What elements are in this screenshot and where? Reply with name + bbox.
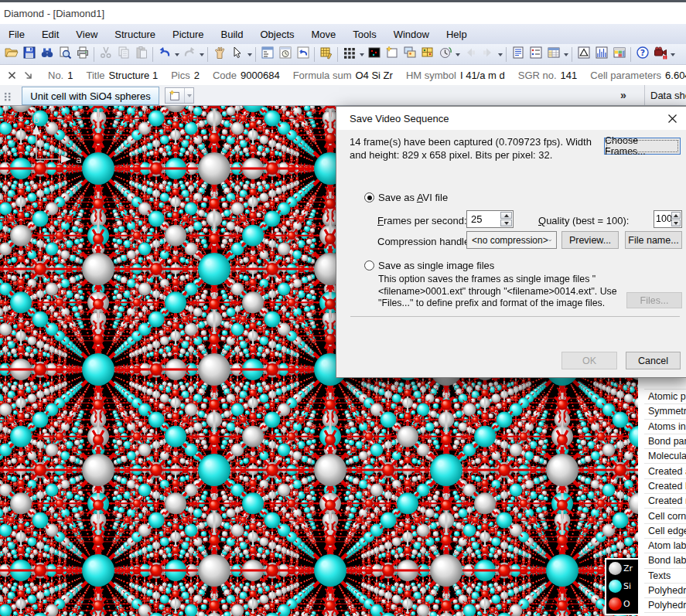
datasheet-panel-header[interactable]: Data sheet: [644, 85, 686, 105]
datasheet-section-row[interactable]: Cell edges: [644, 524, 686, 539]
datasheet-section-row[interactable]: Bond para: [644, 434, 686, 449]
save-as-images-radio[interactable]: [364, 260, 374, 271]
hand-button[interactable]: [210, 46, 228, 63]
menu-view[interactable]: View: [67, 24, 106, 44]
preview-button[interactable]: Preview...: [561, 231, 619, 249]
copy-icon: [117, 46, 131, 63]
combo-chevron-icon: [548, 238, 551, 243]
file-name-button[interactable]: File name...: [625, 231, 682, 249]
save-button[interactable]: [20, 46, 38, 63]
print-button[interactable]: [73, 46, 91, 63]
dropdown-arrow-icon[interactable]: [669, 46, 676, 63]
picture-history-button[interactable]: [436, 46, 454, 63]
spinner-up-icon[interactable]: [671, 212, 681, 219]
distance-plot-button[interactable]: [575, 46, 592, 63]
grid-button[interactable]: [340, 46, 358, 63]
menu-move[interactable]: Move: [303, 24, 345, 44]
powder-plot-button[interactable]: [592, 46, 610, 63]
save-as-avi-radio[interactable]: [364, 192, 374, 202]
quality-spinner[interactable]: 100: [654, 210, 682, 228]
choose-frames-button[interactable]: Choose Frames...: [604, 138, 681, 155]
select-button[interactable]: [228, 46, 246, 63]
print-preview-button[interactable]: [56, 46, 73, 63]
dropdown-arrow-icon[interactable]: [173, 46, 180, 63]
undo-button[interactable]: [155, 46, 173, 63]
undo-pane-button[interactable]: [294, 46, 312, 63]
help-button[interactable]: ?: [633, 46, 651, 63]
datasheet-section-row[interactable]: Created m: [644, 494, 686, 509]
compression-handler-select[interactable]: <no compression>: [466, 231, 557, 249]
datasheet-section-row[interactable]: Bond labe: [644, 553, 686, 568]
quality-value[interactable]: 100: [654, 211, 671, 227]
new-picture-button[interactable]: [165, 87, 194, 104]
fps-spinner[interactable]: 25: [466, 210, 514, 228]
menu-window[interactable]: Window: [385, 24, 438, 44]
cancel-button[interactable]: Cancel: [626, 352, 681, 369]
picture-grid-button[interactable]: [418, 46, 436, 63]
overflow-chevron-icon[interactable]: »: [620, 89, 626, 101]
fps-value[interactable]: 25: [467, 211, 500, 227]
axis-arrows-icon: b a: [15, 114, 89, 175]
menu-file[interactable]: File: [0, 24, 33, 44]
datasheet-section-row[interactable]: Cell corne: [644, 509, 686, 523]
dialog-separator: [350, 316, 680, 317]
dropdown-arrow-icon[interactable]: [184, 88, 193, 103]
datasheet-section-row[interactable]: Atomic par: [644, 390, 686, 404]
menu-edit[interactable]: Edit: [33, 24, 67, 44]
dialog-title-bar: Save Video Sequence: [336, 107, 686, 130]
menu-tools[interactable]: Tools: [344, 24, 384, 44]
spinner-down-icon[interactable]: [671, 220, 681, 226]
picture-copy-button[interactable]: [401, 46, 418, 63]
redo-icon: [183, 46, 196, 63]
menu-picture[interactable]: Picture: [164, 24, 212, 44]
close-icon[interactable]: [5, 68, 19, 83]
folder-open-button[interactable]: [2, 46, 20, 63]
spinner-up-icon[interactable]: [500, 212, 512, 219]
datasheet-section-row[interactable]: Atom labe: [644, 539, 686, 553]
spinner-down-icon[interactable]: [500, 220, 512, 226]
datasheet-button[interactable]: [509, 46, 527, 63]
datasheet-section-row[interactable]: Polyhedra: [644, 584, 686, 598]
binoculars-icon: [40, 46, 54, 63]
table-view-icon: [547, 46, 561, 63]
picture-black-button[interactable]: [365, 46, 383, 63]
close-icon[interactable]: [660, 109, 684, 128]
video-button[interactable]: [651, 46, 669, 63]
table-edit-button[interactable]: [317, 46, 335, 63]
datasheet-section-row[interactable]: Symmetry: [644, 404, 686, 419]
arrow-se-icon[interactable]: [21, 68, 36, 83]
dialog-title: Save Video Sequence: [350, 113, 449, 124]
dropdown-arrow-icon[interactable]: [358, 46, 365, 63]
dropdown-arrow-icon[interactable]: [454, 46, 461, 63]
color-table-button[interactable]: [610, 46, 628, 63]
dropdown-arrow-icon[interactable]: [246, 46, 253, 63]
picture-tab-bar: Unit cell with SiO4 spheres » Data sheet: [0, 85, 686, 106]
grid-handle-icon[interactable]: [4, 90, 13, 104]
menu-structure[interactable]: Structure: [106, 24, 164, 44]
picture-new-button[interactable]: [383, 46, 401, 63]
cut-button: [97, 46, 114, 63]
dropdown-arrow-icon[interactable]: [562, 46, 569, 63]
datasheet-section-row[interactable]: Molecular: [644, 449, 686, 464]
main-toolbar: ?: [0, 44, 686, 65]
properties-button[interactable]: [527, 46, 544, 63]
datasheet-section-row[interactable]: Texts: [644, 569, 686, 584]
datasheet-section-row[interactable]: Created at: [644, 464, 686, 478]
datasheet-section-row[interactable]: Created b: [644, 479, 686, 494]
datasheet-section-row[interactable]: Atoms in u: [644, 420, 686, 434]
table-view-button[interactable]: [544, 46, 562, 63]
tree-pane-button[interactable]: [258, 46, 276, 63]
menu-objects[interactable]: Objects: [251, 24, 302, 44]
picture-history-icon: [439, 46, 452, 63]
quality-label: Quality (best = 100):: [538, 215, 629, 226]
datasheet-section-row[interactable]: Polyhedro: [644, 598, 686, 613]
menu-help[interactable]: Help: [438, 24, 476, 44]
menu-build[interactable]: Build: [213, 24, 252, 44]
datasheet-section-row[interactable]: Picture: [644, 613, 686, 616]
history-pane-button[interactable]: [276, 46, 294, 63]
history-pane-icon: [278, 46, 292, 63]
color-table-icon: [613, 46, 626, 63]
binoculars-button[interactable]: [38, 46, 56, 63]
tab-unit-cell[interactable]: Unit cell with SiO4 spheres: [22, 87, 159, 105]
compression-selected-value: <no compression>: [472, 235, 548, 246]
